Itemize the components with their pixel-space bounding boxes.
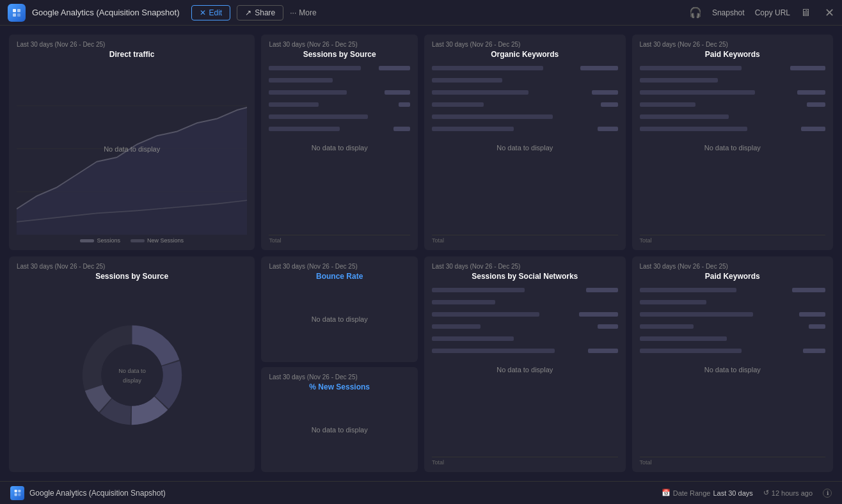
table-row (640, 298, 826, 306)
pk2-rows: No data to display (640, 285, 826, 454)
pk-date: Last 30 days (Nov 26 - Dec 25) (640, 41, 826, 48)
dt-legend-dot-1 (80, 239, 94, 242)
sst-rows: No data to display (269, 63, 410, 232)
topbar-right: 🎧 Snapshot Copy URL 🖥 ✕ (689, 6, 834, 20)
table-row (432, 88, 618, 97)
table-row (432, 113, 618, 121)
bottombar-date-range[interactable]: 📅 Date Range Last 30 days (662, 489, 753, 497)
app-logo (8, 4, 26, 22)
dt-legend-label-1: Sessions (97, 237, 120, 244)
copy-url-link[interactable]: Copy URL (755, 8, 790, 17)
donut-svg: No data to display (73, 316, 191, 434)
table-row (432, 310, 618, 319)
page-title: Google Analytics (Acquisition Snapshot) (32, 8, 180, 17)
dt-legend: Sessions New Sessions (17, 237, 247, 244)
close-button[interactable]: ✕ (825, 6, 834, 20)
table-row (640, 76, 826, 84)
table-row (432, 322, 618, 331)
table-row (640, 113, 826, 121)
info-button[interactable]: ℹ (823, 489, 832, 498)
ssd-title: Sessions by Source (17, 272, 247, 281)
calendar-icon: 📅 (662, 489, 671, 497)
more-button[interactable]: ··· More (290, 8, 316, 17)
new-sessions-card: Last 30 days (Nov 26 - Dec 25) % New Ses… (261, 367, 418, 473)
svg-rect-0 (13, 9, 16, 12)
ns-date: Last 30 days (Nov 26 - Dec 25) (269, 374, 410, 381)
table-row (640, 125, 826, 133)
bounce-rate-card: Last 30 days (Nov 26 - Dec 25) Bounce Ra… (261, 256, 418, 362)
bottombar-refresh[interactable]: ↺ 12 hours ago (763, 489, 813, 497)
table-row (640, 310, 826, 319)
ns-no-data: No data to display (312, 426, 368, 434)
sessions-social-card: Last 30 days (Nov 26 - Dec 25) Sessions … (424, 256, 626, 472)
table-row (432, 76, 618, 84)
share-button[interactable]: ↗ Share (237, 5, 283, 20)
svg-rect-20 (14, 493, 17, 496)
table-row (432, 335, 618, 343)
paid-keywords-card-r1: Last 30 days (Nov 26 - Dec 25) Paid Keyw… (632, 35, 834, 250)
br-title: Bounce Rate (269, 272, 410, 281)
display-icon[interactable]: 🖥 (800, 7, 811, 19)
table-row (269, 64, 410, 72)
br-no-data: No data to display (312, 315, 368, 323)
table-row (640, 347, 826, 355)
svg-rect-19 (18, 490, 20, 492)
table-row (640, 335, 826, 343)
table-row (640, 64, 826, 72)
refresh-time: 12 hours ago (772, 489, 813, 497)
pk2-total: Total (640, 457, 826, 466)
dt-legend-dot-2 (131, 239, 145, 242)
pk-title: Paid Keywords (640, 50, 826, 59)
paid-keywords-card: Last 30 days (Nov 26 - Dec 25) Paid Keyw… (632, 256, 834, 472)
table-row (269, 113, 410, 121)
svg-rect-21 (18, 493, 20, 496)
small-cards-stack: Last 30 days (Nov 26 - Dec 25) Bounce Ra… (261, 256, 418, 472)
svg-rect-1 (17, 9, 20, 12)
ns-chart: No data to display (269, 394, 410, 466)
organic-keywords-card: Last 30 days (Nov 26 - Dec 25) Organic K… (424, 35, 626, 250)
br-chart: No data to display (269, 283, 410, 356)
ok-total: Total (432, 235, 618, 244)
ssd-date: Last 30 days (Nov 26 - Dec 25) (17, 263, 247, 270)
headset-icon[interactable]: 🎧 (689, 6, 702, 19)
donut-area: No data to display (17, 285, 247, 466)
snapshot-link[interactable]: Snapshot (712, 8, 745, 17)
refresh-icon: ↺ (763, 489, 769, 497)
ss-total: Total (432, 457, 618, 466)
table-row (640, 100, 826, 109)
table-row (432, 100, 618, 109)
edit-button[interactable]: ✕ Edit (191, 5, 231, 20)
table-row (640, 322, 826, 331)
ss-no-data: No data to display (496, 366, 553, 374)
ss-rows: No data to display (432, 285, 618, 454)
table-row (432, 298, 618, 306)
ns-title: % New Sessions (269, 382, 410, 391)
svg-rect-2 (13, 13, 16, 17)
dt-title: Direct traffic (17, 50, 247, 59)
dt-chart-container: No data to display (17, 63, 247, 235)
dt-legend-item-2: New Sessions (131, 237, 184, 244)
ok-title: Organic Keywords (432, 50, 618, 59)
edit-icon: ✕ (200, 8, 206, 17)
table-row (432, 64, 618, 72)
table-row (640, 88, 826, 97)
direct-traffic-card: Last 30 days (Nov 26 - Dec 25) Direct tr… (9, 35, 255, 250)
pk2-title: Paid Keywords (640, 272, 826, 281)
table-row (432, 286, 618, 294)
dt-legend-item-1: Sessions (80, 237, 120, 244)
pk-no-data: No data to display (704, 144, 761, 152)
table-row (269, 100, 410, 109)
sst-no-data: No data to display (312, 144, 368, 152)
br-date: Last 30 days (Nov 26 - Dec 25) (269, 263, 410, 270)
pk-rows: No data to display (640, 63, 826, 232)
svg-text:No data to: No data to (118, 368, 146, 374)
ok-no-data: No data to display (496, 144, 553, 152)
svg-rect-3 (17, 13, 20, 17)
pk2-no-data: No data to display (704, 366, 761, 374)
bottombar-logo (10, 486, 24, 500)
share-icon: ↗ (245, 8, 251, 17)
sessions-source-donut-card: Last 30 days (Nov 26 - Dec 25) Sessions … (9, 256, 255, 472)
topbar: Google Analytics (Acquisition Snapshot) … (0, 0, 842, 26)
bottombar: Google Analytics (Acquisition Snapshot) … (0, 481, 842, 504)
table-row (269, 88, 410, 97)
